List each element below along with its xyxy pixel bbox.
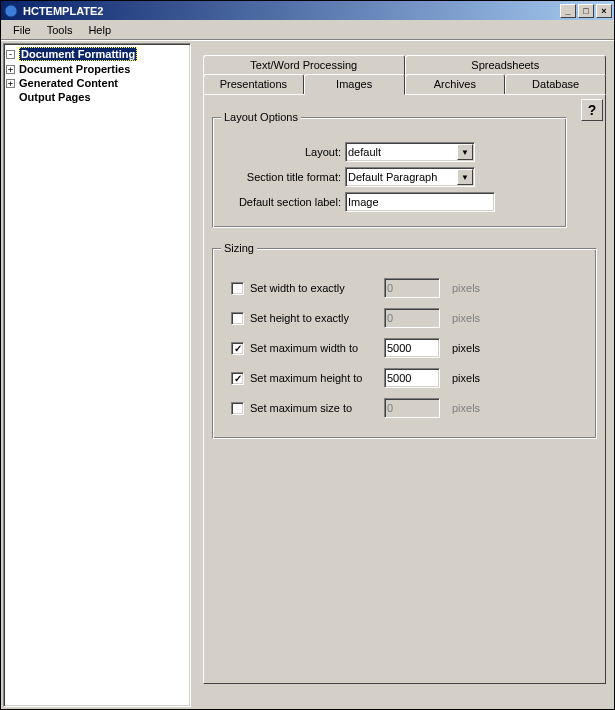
sizing-row-set-max-width: ✓ Set maximum width to 5000 pixels	[221, 338, 588, 358]
minimize-button[interactable]: _	[560, 4, 576, 18]
svg-point-0	[5, 5, 17, 17]
sidebar-tree[interactable]: - Document Formatting + Document Propert…	[3, 43, 191, 707]
width-exact-input[interactable]: 0	[384, 278, 440, 298]
window-title: HCTEMPLATE2	[23, 5, 560, 17]
max-size-input[interactable]: 0	[384, 398, 440, 418]
tree-item-output-pages[interactable]: Output Pages	[6, 90, 188, 104]
group-legend: Sizing	[221, 242, 257, 254]
tabset: Text/Word Processing Spreadsheets Presen…	[203, 55, 606, 684]
chevron-down-icon: ▼	[457, 144, 473, 160]
tab-text-word-processing[interactable]: Text/Word Processing	[203, 55, 405, 75]
tab-database[interactable]: Database	[505, 74, 606, 94]
sizing-row-set-max-height: ✓ Set maximum height to 5000 pixels	[221, 368, 588, 388]
unit-label: pixels	[452, 372, 480, 384]
group-layout-options: Layout Options Layout: default ▼ Section…	[212, 111, 567, 228]
tree-item-document-properties[interactable]: + Document Properties	[6, 62, 188, 76]
sizing-row-set-max-size: Set maximum size to 0 pixels	[221, 398, 588, 418]
checkbox-set-max-width[interactable]: ✓	[231, 342, 244, 355]
tab-row-upper: Text/Word Processing Spreadsheets	[203, 55, 606, 75]
layout-label: Layout:	[221, 146, 341, 158]
layout-select-value: default	[348, 146, 381, 158]
close-button[interactable]: ×	[596, 4, 612, 18]
default-section-label-input[interactable]: Image	[345, 192, 495, 212]
section-title-format-select[interactable]: Default Paragraph ▼	[345, 167, 475, 187]
sizing-label: Set maximum width to	[250, 342, 378, 354]
tree-label: Document Properties	[19, 63, 130, 75]
checkbox-set-max-size[interactable]	[231, 402, 244, 415]
unit-label: pixels	[452, 312, 480, 324]
group-legend: Layout Options	[221, 111, 301, 123]
maximize-button[interactable]: □	[578, 4, 594, 18]
group-sizing: Sizing Set width to exactly 0 pixels Set…	[212, 242, 597, 439]
main-window: HCTEMPLATE2 _ □ × File Tools Help - Docu…	[0, 0, 615, 710]
sizing-label: Set maximum size to	[250, 402, 378, 414]
unit-label: pixels	[452, 342, 480, 354]
chevron-down-icon: ▼	[457, 169, 473, 185]
menu-file[interactable]: File	[5, 22, 39, 38]
tree-item-generated-content[interactable]: + Generated Content	[6, 76, 188, 90]
tree-collapse-icon[interactable]: -	[6, 50, 15, 59]
height-exact-input[interactable]: 0	[384, 308, 440, 328]
unit-label: pixels	[452, 282, 480, 294]
tab-row-lower: Presentations Images Archives Database	[203, 74, 606, 94]
sizing-row-set-height-exactly: Set height to exactly 0 pixels	[221, 308, 588, 328]
help-button[interactable]: ?	[581, 99, 603, 121]
section-title-format-value: Default Paragraph	[348, 171, 437, 183]
checkbox-set-width-exactly[interactable]	[231, 282, 244, 295]
max-width-input[interactable]: 5000	[384, 338, 440, 358]
tree-label: Output Pages	[19, 91, 91, 103]
sizing-label: Set height to exactly	[250, 312, 378, 324]
tab-presentations[interactable]: Presentations	[203, 74, 304, 94]
app-icon	[3, 3, 19, 19]
checkbox-set-max-height[interactable]: ✓	[231, 372, 244, 385]
tab-archives[interactable]: Archives	[405, 74, 506, 94]
tree-expand-icon[interactable]: +	[6, 65, 15, 74]
tab-panel-images: ? Layout Options Layout: default ▼ Secti…	[203, 94, 606, 684]
section-title-format-label: Section title format:	[221, 171, 341, 183]
tab-images[interactable]: Images	[304, 74, 405, 95]
window-controls: _ □ ×	[560, 4, 612, 18]
main-panel: Text/Word Processing Spreadsheets Presen…	[191, 43, 612, 707]
menu-help[interactable]: Help	[80, 22, 119, 38]
checkbox-set-height-exactly[interactable]	[231, 312, 244, 325]
sizing-label: Set width to exactly	[250, 282, 378, 294]
menubar: File Tools Help	[1, 20, 614, 40]
tab-spreadsheets[interactable]: Spreadsheets	[405, 55, 607, 75]
content-area: - Document Formatting + Document Propert…	[1, 40, 614, 709]
titlebar: HCTEMPLATE2 _ □ ×	[1, 1, 614, 20]
tree-label: Document Formatting	[19, 47, 137, 61]
default-section-label-label: Default section label:	[221, 196, 341, 208]
tree-expand-icon[interactable]: +	[6, 79, 15, 88]
sizing-label: Set maximum height to	[250, 372, 378, 384]
layout-select[interactable]: default ▼	[345, 142, 475, 162]
sizing-row-set-width-exactly: Set width to exactly 0 pixels	[221, 278, 588, 298]
tree-label: Generated Content	[19, 77, 118, 89]
tree-item-document-formatting[interactable]: - Document Formatting	[6, 46, 188, 62]
max-height-input[interactable]: 5000	[384, 368, 440, 388]
unit-label: pixels	[452, 402, 480, 414]
menu-tools[interactable]: Tools	[39, 22, 81, 38]
